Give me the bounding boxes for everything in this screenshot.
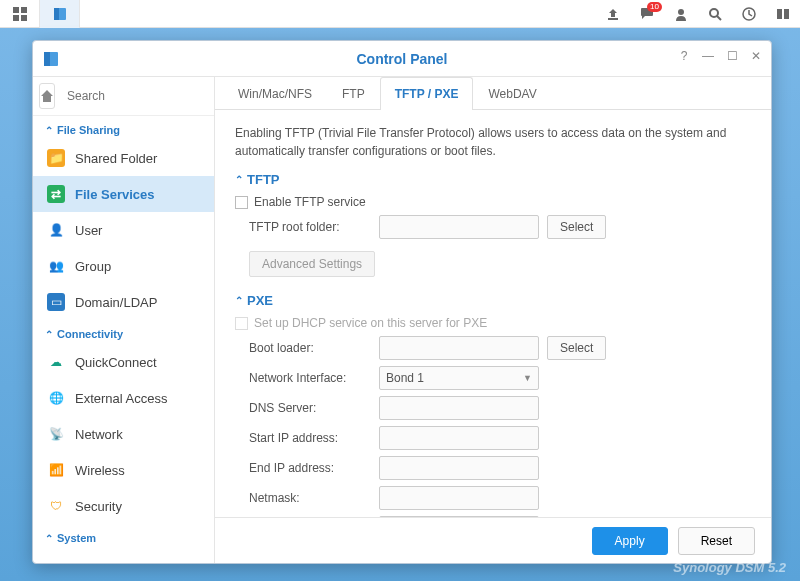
tab-tftp-pxe[interactable]: TFTP / PXE xyxy=(380,77,474,110)
svg-rect-5 xyxy=(54,8,59,20)
apply-button[interactable]: Apply xyxy=(592,527,668,555)
control-panel-window: Control Panel ? — ☐ ✕ ⌃File Sharing 📁Sha… xyxy=(32,40,772,564)
widgets-button[interactable] xyxy=(732,0,766,28)
pilot-button[interactable] xyxy=(766,0,800,28)
tftp-root-select-button[interactable]: Select xyxy=(547,215,606,239)
topbar-right: 10 xyxy=(596,0,800,27)
sidebar-item-label: Domain/LDAP xyxy=(75,295,157,310)
enable-tftp-label: Enable TFTP service xyxy=(254,195,366,209)
sidebar-item-group[interactable]: 👥Group xyxy=(33,248,214,284)
notifications-button[interactable]: 10 xyxy=(630,0,664,28)
group-connectivity[interactable]: ⌃Connectivity xyxy=(33,320,214,344)
sidebar-item-file-services[interactable]: ⇄File Services xyxy=(33,176,214,212)
advanced-settings-button[interactable]: Advanced Settings xyxy=(249,251,375,277)
sidebar-item-shared-folder[interactable]: 📁Shared Folder xyxy=(33,140,214,176)
sidebar-item-user[interactable]: 👤User xyxy=(33,212,214,248)
grid-icon xyxy=(13,7,27,21)
enable-tftp-checkbox[interactable] xyxy=(235,196,248,209)
sidebar-item-wireless[interactable]: 📶Wireless xyxy=(33,452,214,488)
topbar-left xyxy=(0,0,80,27)
user-icon: 👤 xyxy=(47,221,65,239)
help-button[interactable]: ? xyxy=(675,47,693,65)
dashboard-button[interactable] xyxy=(0,0,40,28)
tab-webdav[interactable]: WebDAV xyxy=(473,77,551,110)
sidebar-item-network[interactable]: 📡Network xyxy=(33,416,214,452)
search-icon xyxy=(708,7,722,21)
section-label: PXE xyxy=(247,293,273,308)
net-if-row: Network Interface: Bond 1▼ xyxy=(249,366,751,390)
tab-content: Enabling TFTP (Trivial File Transfer Pro… xyxy=(215,110,771,517)
group-label: Connectivity xyxy=(57,328,123,340)
pxe-dhcp-label: Set up DHCP service on this server for P… xyxy=(254,316,487,330)
cloud-icon: ☁ xyxy=(47,353,65,371)
search-row xyxy=(33,77,214,116)
user-icon xyxy=(674,7,688,21)
section-label: TFTP xyxy=(247,172,280,187)
tftp-root-input[interactable] xyxy=(379,215,539,239)
svg-rect-3 xyxy=(21,15,27,21)
folder-icon: 📁 xyxy=(47,149,65,167)
svg-rect-13 xyxy=(44,52,50,66)
window-titlebar: Control Panel ? — ☐ ✕ xyxy=(33,41,771,77)
chevron-up-icon: ⌃ xyxy=(45,533,53,544)
services-icon: ⇄ xyxy=(47,185,65,203)
description-text: Enabling TFTP (Trivial File Transfer Pro… xyxy=(235,124,751,160)
upload-button[interactable] xyxy=(596,0,630,28)
netmask-input[interactable] xyxy=(379,486,539,510)
close-button[interactable]: ✕ xyxy=(747,47,765,65)
sidebar-item-label: File Services xyxy=(75,187,155,202)
end-ip-input[interactable] xyxy=(379,456,539,480)
svg-rect-10 xyxy=(777,9,782,19)
sidebar: ⌃File Sharing 📁Shared Folder ⇄File Servi… xyxy=(33,77,215,563)
control-panel-taskbar-button[interactable] xyxy=(40,0,80,28)
maximize-button[interactable]: ☐ xyxy=(723,47,741,65)
group-file-sharing[interactable]: ⌃File Sharing xyxy=(33,116,214,140)
watermark: Synology DSM 5.2 xyxy=(673,560,786,575)
boot-loader-label: Boot loader: xyxy=(249,341,379,355)
start-ip-input[interactable] xyxy=(379,426,539,450)
window-app-icon xyxy=(43,51,59,67)
chevron-up-icon: ⌃ xyxy=(235,295,243,306)
section-tftp[interactable]: ⌃TFTP xyxy=(235,172,751,187)
boot-loader-select-button[interactable]: Select xyxy=(547,336,606,360)
start-ip-row: Start IP address: xyxy=(249,426,751,450)
chevron-up-icon: ⌃ xyxy=(45,329,53,340)
ldap-icon: ▭ xyxy=(47,293,65,311)
tab-win-mac-nfs[interactable]: Win/Mac/NFS xyxy=(223,77,327,110)
net-if-select[interactable]: Bond 1▼ xyxy=(379,366,539,390)
globe-icon: 🌐 xyxy=(47,389,65,407)
net-if-label: Network Interface: xyxy=(249,371,379,385)
net-if-value: Bond 1 xyxy=(386,371,424,385)
sidebar-item-quickconnect[interactable]: ☁QuickConnect xyxy=(33,344,214,380)
home-button[interactable] xyxy=(39,83,55,109)
main-panel: Win/Mac/NFS FTP TFTP / PXE WebDAV Enabli… xyxy=(215,77,771,563)
section-pxe[interactable]: ⌃PXE xyxy=(235,293,751,308)
netmask-label: Netmask: xyxy=(249,491,379,505)
svg-rect-11 xyxy=(784,9,789,19)
search-input[interactable] xyxy=(67,89,215,103)
tab-ftp[interactable]: FTP xyxy=(327,77,380,110)
group-label: File Sharing xyxy=(57,124,120,136)
pxe-dhcp-checkbox[interactable] xyxy=(235,317,248,330)
sidebar-item-domain-ldap[interactable]: ▭Domain/LDAP xyxy=(33,284,214,320)
svg-point-6 xyxy=(678,9,684,15)
dns-input[interactable] xyxy=(379,396,539,420)
tftp-root-label: TFTP root folder: xyxy=(249,220,379,234)
window-title: Control Panel xyxy=(356,51,447,67)
search-button[interactable] xyxy=(698,0,732,28)
sidebar-item-security[interactable]: 🛡Security xyxy=(33,488,214,524)
end-ip-row: End IP address: xyxy=(249,456,751,480)
wifi-icon: 📶 xyxy=(47,461,65,479)
minimize-button[interactable]: — xyxy=(699,47,717,65)
sidebar-item-external-access[interactable]: 🌐External Access xyxy=(33,380,214,416)
enable-tftp-row: Enable TFTP service xyxy=(235,195,751,209)
boot-loader-input[interactable] xyxy=(379,336,539,360)
tftp-root-row: TFTP root folder: Select xyxy=(249,215,751,239)
sidebar-item-label: Security xyxy=(75,499,122,514)
reset-button[interactable]: Reset xyxy=(678,527,755,555)
dns-row: DNS Server: xyxy=(249,396,751,420)
group-system[interactable]: ⌃System xyxy=(33,524,214,548)
network-icon: 📡 xyxy=(47,425,65,443)
user-button[interactable] xyxy=(664,0,698,28)
group-icon: 👥 xyxy=(47,257,65,275)
